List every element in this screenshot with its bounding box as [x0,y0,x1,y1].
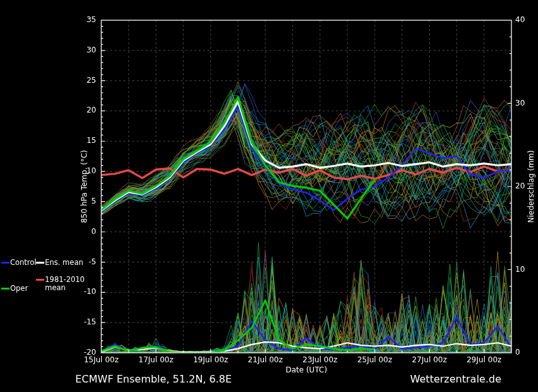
date-tick-label: 19Jul 00z [185,355,236,364]
meteogram-page: Düsseldorf 40468 (DE) 850 hPa Temp. & Ni… [0,0,538,392]
precip-tick-label: 10 [515,265,534,274]
precip-tick-label: 0 [515,348,534,357]
legend-item-label: Control [10,258,37,267]
temp-tick-label: 5 [73,197,96,205]
temp-tick-label: 30 [73,46,96,54]
legend-item-label: Ens. mean [45,258,83,267]
temp-tick-label: 10 [73,166,96,175]
precip-tick-label: 30 [515,99,534,107]
temp-tick-label: 25 [73,76,96,85]
legend-swatch-icon [1,288,9,290]
model-info-text: ECMWF Ensemble, 51.2N, 6.8E [75,373,232,385]
date-tick-label: 17Jul 00z [130,355,181,364]
date-axis-label: Date (UTC) [243,365,370,374]
legend-climate-line2: mean [45,284,85,292]
temp-tick-label: -15 [73,317,96,326]
date-tick-label: 23Jul 00z [295,355,346,364]
date-tick-label: 21Jul 00z [240,355,291,364]
legend-item-ens-mean: Ens. mean [36,258,83,267]
site-credit-text: Wetterzentrale.de [387,373,501,385]
legend-swatch-icon [1,262,9,264]
precip-tick-label: 40 [515,15,534,24]
legend-item-oper: Oper [1,284,28,293]
temp-axis-label: 850 hPa Temp. (°C) [80,92,89,281]
legend-item-climate-mean: 1981-2010mean [36,276,85,292]
legend-swatch-icon [36,279,44,281]
date-tick-label: 27Jul 00z [404,355,454,364]
temp-tick-label: 20 [73,106,96,114]
temp-tick-label: 35 [73,15,96,24]
temp-tick-label: 15 [73,136,96,145]
date-tick-label: 29Jul 00z [459,355,510,364]
legend-item-label: Oper [10,284,28,293]
legend-swatch-icon [36,262,44,264]
date-tick-label: 25Jul 00z [349,355,400,364]
precip-tick-label: 20 [515,181,534,190]
legend-item-control: Control [1,258,37,267]
temp-tick-label: 0 [73,227,96,236]
date-tick-label: 15Jul 00z [76,355,127,364]
